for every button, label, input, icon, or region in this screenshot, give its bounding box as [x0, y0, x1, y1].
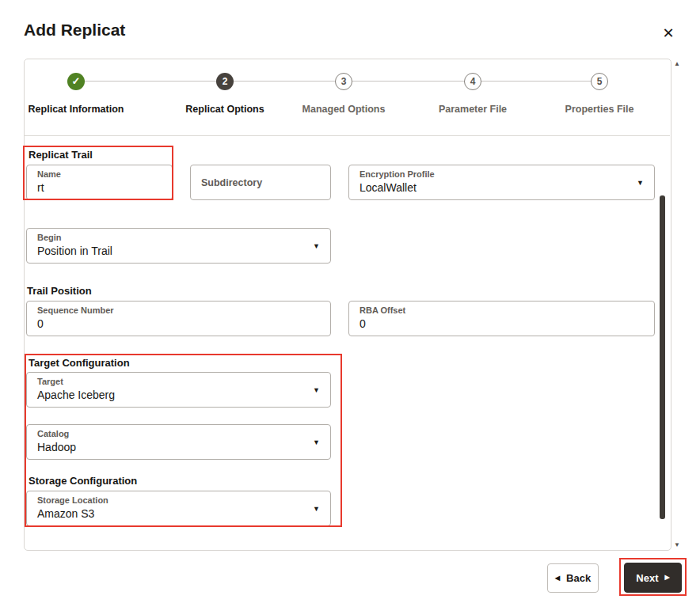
name-field-value: rt — [37, 181, 44, 194]
dropdown-caret-icon[interactable]: ▼ — [637, 179, 644, 187]
rba-offset-value: 0 — [360, 317, 366, 330]
back-button-label: Back — [566, 572, 591, 584]
step-2-label-replicat-options[interactable]: Replicat Options — [185, 104, 264, 115]
back-button[interactable]: ◀ Back — [547, 563, 599, 593]
name-field-label: Name — [37, 169, 61, 179]
catalog-label: Catalog — [37, 429, 69, 438]
step-4-label-parameter-file[interactable]: Parameter File — [439, 104, 507, 115]
rba-offset-label: RBA Offset — [360, 305, 405, 315]
step-2-indicator[interactable]: 2 — [216, 73, 234, 90]
step-5-indicator[interactable]: 5 — [591, 73, 608, 90]
step-4-indicator[interactable]: 4 — [464, 73, 481, 90]
encryption-profile-label: Encryption Profile — [360, 169, 435, 179]
begin-value: Position in Trail — [37, 245, 112, 257]
scroll-down-icon[interactable]: ▼ — [674, 541, 680, 549]
encryption-profile-value: LocalWallet — [360, 181, 417, 194]
next-button[interactable]: Next ▶ — [624, 563, 682, 593]
scroll-up-icon[interactable]: ▲ — [674, 60, 680, 68]
stepper-divider — [25, 135, 670, 136]
subdirectory-field[interactable]: Subdirectory — [190, 165, 331, 200]
section-heading-replicat-trail: Replicat Trail — [29, 149, 93, 161]
sequence-number-label: Sequence Number — [37, 305, 114, 315]
begin-dropdown[interactable]: Begin Position in Trail ▼ — [26, 228, 331, 264]
next-arrow-icon: ▶ — [665, 575, 670, 581]
section-heading-trail-position: Trail Position — [27, 285, 92, 297]
step-3-label-managed-options[interactable]: Managed Options — [302, 104, 386, 115]
step-2-number: 2 — [223, 76, 228, 87]
step-3-indicator[interactable]: 3 — [335, 73, 352, 90]
storage-location-dropdown[interactable]: Storage Location Amazon S3 ▼ — [26, 491, 331, 526]
scrollbar-thumb[interactable] — [660, 195, 665, 519]
next-button-label: Next — [636, 572, 658, 584]
storage-location-value: Amazon S3 — [37, 507, 94, 520]
catalog-dropdown[interactable]: Catalog Hadoop ▼ — [26, 424, 331, 460]
step-complete-check-icon: ✓ — [72, 75, 81, 87]
add-replicat-dialog: Add Replicat ✕ ✓ Replicat Information 2 … — [0, 0, 700, 603]
dialog-title: Add Replicat — [24, 21, 125, 40]
target-label: Target — [37, 377, 63, 386]
dropdown-caret-icon[interactable]: ▼ — [313, 242, 320, 250]
sequence-number-value: 0 — [37, 317, 44, 330]
encryption-profile-dropdown[interactable]: Encryption Profile LocalWallet ▼ — [348, 165, 655, 200]
step-3-number: 3 — [341, 76, 347, 87]
close-icon: ✕ — [662, 25, 674, 41]
begin-label: Begin — [37, 233, 62, 242]
step-5-number: 5 — [597, 76, 603, 87]
step-5-label-properties-file[interactable]: Properties File — [565, 104, 634, 115]
name-field[interactable]: Name rt — [26, 165, 173, 200]
dropdown-caret-icon[interactable]: ▼ — [313, 438, 320, 446]
target-value: Apache Iceberg — [37, 389, 115, 401]
subdirectory-field-label: Subdirectory — [201, 177, 262, 188]
back-arrow-icon: ◀ — [555, 575, 560, 582]
section-heading-target-configuration: Target Configuration — [29, 357, 130, 369]
step-4-number: 4 — [470, 76, 476, 87]
target-dropdown[interactable]: Target Apache Iceberg ▼ — [26, 372, 331, 408]
rba-offset-field[interactable]: RBA Offset 0 — [348, 301, 655, 336]
step-1-label-replicat-information[interactable]: Replicat Information — [29, 104, 124, 115]
step-1-indicator[interactable]: ✓ — [67, 73, 85, 90]
storage-location-label: Storage Location — [37, 495, 108, 505]
dropdown-caret-icon[interactable]: ▼ — [313, 505, 320, 513]
section-heading-storage-configuration: Storage Configuration — [29, 475, 137, 487]
sequence-number-field[interactable]: Sequence Number 0 — [26, 301, 331, 336]
dropdown-caret-icon[interactable]: ▼ — [313, 386, 320, 394]
close-button[interactable]: ✕ — [656, 21, 681, 46]
catalog-value: Hadoop — [37, 441, 76, 453]
